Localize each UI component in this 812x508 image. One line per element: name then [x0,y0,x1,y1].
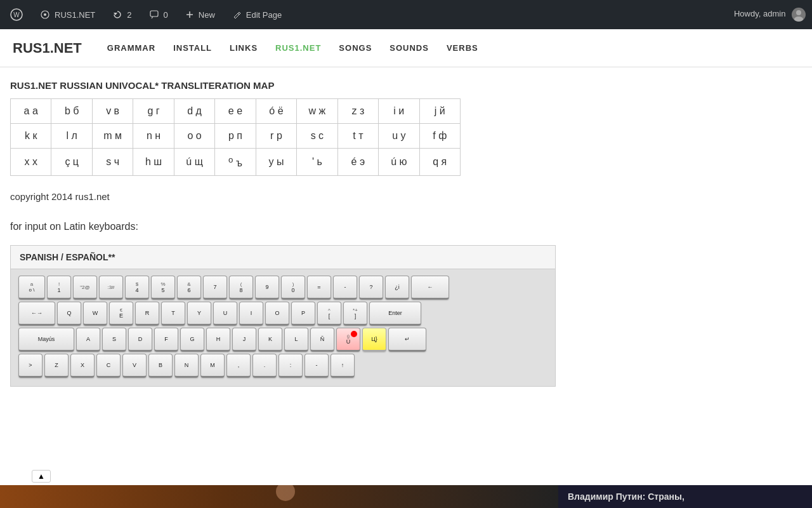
key-u[interactable]: U [213,302,237,326]
main-content: RUS1.NET RUSSIAN UNIVOCAL* TRANSLITERATI… [0,67,812,412]
nav-install[interactable]: INSTALL [173,43,212,53]
new-button[interactable]: New [182,0,219,29]
wp-logo[interactable]: W [6,0,27,29]
key-u-umlaut[interactable]: üÜ [336,328,360,352]
key-n-tilde[interactable]: Ñ [310,328,334,352]
key-n[interactable]: N [174,354,199,378]
key-i[interactable]: I [239,302,263,326]
nav-grammar[interactable]: GRAMMAR [107,43,155,53]
key-equals[interactable]: = [307,276,331,300]
key-2[interactable]: "2@ [73,276,97,300]
site-title[interactable]: RUS1.NET [13,40,82,57]
key-hyphen[interactable]: - [304,354,329,378]
key-o[interactable]: O [265,302,289,326]
key-f[interactable]: F [154,328,178,352]
svg-point-9 [796,10,801,15]
key-3[interactable]: :3# [99,276,123,300]
svg-text:W: W [13,11,20,18]
red-dot-indicator [351,331,357,337]
key-colon[interactable]: : [278,354,303,378]
key-question[interactable]: ? [359,276,383,300]
key-inverted-question[interactable]: ¿i [385,276,409,300]
key-braces[interactable]: Ц} [362,328,386,352]
key-1[interactable]: !1 [47,276,71,300]
key-s[interactable]: S [102,328,126,352]
key-l[interactable]: L [284,328,308,352]
site-nav: GRAMMAR INSTALL LINKS RUS1.NET SONGS SOU… [107,43,478,53]
table-row: k к l л m м n н o о p п r р s с t т u у … [11,124,461,149]
key-period[interactable]: . [252,354,277,378]
key-e[interactable]: €E [109,302,133,326]
site-name-bar[interactable]: RUS1.NET [37,0,99,29]
howdy-text: Howdy, admin [734,8,806,22]
table-row: x х ç ц s ч h ш ú щ o ъ y ы ' ь é э ú ю … [11,149,461,176]
admin-bar: W RUS1.NET 2 0 New Edit P [0,0,812,29]
comments-button[interactable]: 0 [146,0,172,29]
updates-button[interactable]: 2 [109,0,135,29]
key-bracket-close[interactable]: *+] [343,302,367,326]
edit-page-button[interactable]: Edit Page [229,0,285,29]
key-d[interactable]: D [128,328,152,352]
site-header: RUS1.NET GRAMMAR INSTALL LINKS RUS1.NET … [0,29,812,67]
key-up[interactable]: ↑ [331,354,355,378]
input-info-text: for input on Latin keyboards: [10,221,799,232]
key-backspace[interactable]: ← [411,276,449,300]
nav-songs[interactable]: SONGS [339,43,372,53]
spanish-box-title: SPANISH / ESPAÑOL** [11,246,555,269]
key-z[interactable]: Z [44,354,69,378]
key-5[interactable]: %5 [151,276,175,300]
key-8[interactable]: (8 [229,276,253,300]
key-j[interactable]: J [232,328,256,352]
key-m[interactable]: M [200,354,225,378]
keyboard-container: ao \ !1 "2@ :3# $4 %5 &6 7 (8 9 )0 = - ?… [11,269,555,386]
key-bracket-open[interactable]: ^[ [317,302,341,326]
svg-rect-5 [150,11,158,17]
spanish-keyboard-box: SPANISH / ESPAÑOL** ao \ !1 "2@ :3# $4 %… [10,245,556,387]
svg-point-3 [44,13,46,16]
table-row: a а b б v в g г d д e е ó ё w ж z з i и … [11,99,461,124]
key-tab[interactable]: ←→ [18,302,55,326]
key-c[interactable]: C [96,354,121,378]
key-backtick[interactable]: ao \ [18,276,45,300]
key-x[interactable]: X [70,354,95,378]
key-comma[interactable]: , [226,354,251,378]
key-enter-small[interactable]: ↵ [388,328,426,352]
keyboard-row-3: Mayús A S D F G H J K L Ñ üÜ Ц} ↵ [17,328,549,352]
transliteration-table: a а b б v в g г d д e е ó ё w ж z з i и … [10,98,461,176]
key-caps[interactable]: Mayús [18,328,74,352]
key-9[interactable]: 9 [255,276,279,300]
keyboard-row-4: > Z X C V B N M , . : - ↑ [17,354,549,378]
key-v[interactable]: V [122,354,147,378]
nav-sounds[interactable]: SOUNDS [390,43,429,53]
copyright-text: copyright 2014 rus1.net [10,191,799,202]
key-y[interactable]: Y [187,302,211,326]
key-q[interactable]: Q [57,302,81,326]
svg-point-10 [794,17,803,22]
key-0[interactable]: )0 [281,276,305,300]
key-minus[interactable]: - [333,276,357,300]
key-p[interactable]: P [291,302,315,326]
key-g[interactable]: G [180,328,204,352]
key-h[interactable]: H [206,328,230,352]
nav-links[interactable]: LINKS [230,43,258,53]
key-angle[interactable]: > [18,354,43,378]
key-r[interactable]: R [135,302,159,326]
keyboard-row-2: ←→ Q W €E R T Y U I O P ^[ *+] Enter [17,302,549,326]
nav-verbs[interactable]: VERBS [447,43,478,53]
key-enter[interactable]: Enter [369,302,421,326]
key-4[interactable]: $4 [125,276,149,300]
table-title: RUS1.NET RUSSIAN UNIVOCAL* TRANSLITERATI… [10,80,799,91]
key-a[interactable]: A [76,328,100,352]
key-k[interactable]: K [258,328,282,352]
key-w[interactable]: W [83,302,107,326]
nav-rus1net[interactable]: RUS1.NET [275,43,321,53]
key-6[interactable]: &6 [177,276,201,300]
key-7[interactable]: 7 [203,276,227,300]
key-t[interactable]: T [161,302,185,326]
keyboard-row-1: ao \ !1 "2@ :3# $4 %5 &6 7 (8 9 )0 = - ?… [17,276,549,300]
key-b[interactable]: B [148,354,173,378]
